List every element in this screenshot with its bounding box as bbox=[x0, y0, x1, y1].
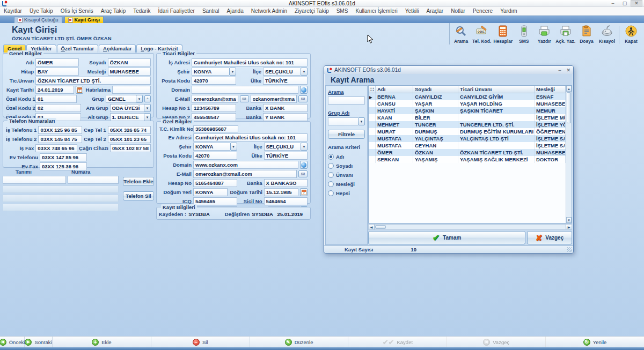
ulke-field[interactable] bbox=[264, 152, 308, 160]
telefon-list-row[interactable] bbox=[3, 204, 119, 211]
kayit-tarihi-field[interactable] bbox=[35, 86, 74, 94]
radio-icon[interactable] bbox=[328, 154, 334, 160]
dosya-button[interactable]: Dosya bbox=[576, 25, 597, 44]
tab-kayit-girisi[interactable]: ✕ Kayıt Girişi bbox=[64, 16, 104, 23]
radio-icon[interactable] bbox=[328, 172, 334, 178]
vazgec-bottom-button[interactable]: ✖ Vazgeç bbox=[447, 337, 546, 347]
filtrele-button[interactable]: Filtrele bbox=[328, 130, 365, 139]
posta-kodu-field[interactable] bbox=[192, 77, 236, 85]
yazdir-button[interactable]: Yazdır bbox=[534, 25, 554, 44]
ozel-kodu1-field[interactable] bbox=[35, 95, 77, 103]
menu-item[interactable]: Kullanıcı İşlemleri bbox=[352, 8, 401, 14]
radio-option[interactable]: Adı bbox=[328, 152, 365, 161]
tanimi-field[interactable] bbox=[3, 176, 66, 184]
mail-icon[interactable]: ✉ bbox=[298, 170, 308, 177]
radio-option[interactable]: Mesleği bbox=[328, 180, 365, 189]
table-row[interactable]: HAYATİ ŞAŞKIN ŞAŞKIN TİCARET MEMUR bbox=[369, 107, 566, 114]
close-icon[interactable]: ✕ bbox=[631, 0, 642, 6]
email1-field[interactable] bbox=[192, 95, 238, 103]
radio-option[interactable]: Soyadı bbox=[328, 161, 365, 170]
scroll-down-icon[interactable]: ▼ bbox=[566, 217, 572, 223]
banka-field[interactable] bbox=[264, 179, 308, 187]
hatirlatma-field[interactable] bbox=[112, 86, 151, 94]
ilce-field[interactable] bbox=[264, 143, 301, 151]
radio-icon[interactable] bbox=[328, 181, 334, 187]
tab-kisayol-cubugu[interactable]: ✕ Kısayol Çubuğu bbox=[14, 16, 62, 23]
ilce-dropdown[interactable]: ▼ bbox=[264, 143, 308, 151]
menu-item[interactable]: Araçlar bbox=[423, 8, 448, 14]
ev-adresi-field[interactable] bbox=[193, 133, 308, 142]
cep-tel2-field[interactable] bbox=[108, 135, 151, 143]
acik-yazdir-button[interactable]: Açk. Yaz. bbox=[554, 25, 576, 44]
table-row[interactable]: MURAT DURMUŞ DURMUŞ EĞİTİM KURUMLARI ÖĞR… bbox=[369, 128, 566, 135]
numara-field[interactable] bbox=[68, 176, 119, 184]
arama-input[interactable] bbox=[328, 96, 365, 105]
sicil-no-field[interactable] bbox=[264, 197, 308, 205]
sehir-dropdown[interactable]: ▼ bbox=[193, 143, 237, 151]
domain-field[interactable] bbox=[192, 86, 298, 94]
hesaplar-button[interactable]: Hesaplar bbox=[492, 25, 514, 44]
ozel-kodu2-field[interactable] bbox=[35, 104, 81, 112]
email2-field[interactable] bbox=[251, 95, 297, 103]
scroll-left-icon[interactable]: ◀ bbox=[369, 225, 375, 229]
cagri-cihazi-field[interactable] bbox=[110, 144, 151, 152]
calendar-button[interactable] bbox=[76, 86, 83, 94]
mail-icon[interactable]: ✉ bbox=[298, 95, 308, 102]
ekle-button[interactable]: + Ekle bbox=[53, 337, 151, 347]
scroll-thumb[interactable] bbox=[567, 92, 571, 123]
dogum-tarihi-field[interactable] bbox=[264, 188, 298, 196]
radio-icon[interactable] bbox=[328, 190, 334, 196]
chevron-down-icon[interactable]: ▼ bbox=[230, 143, 237, 151]
chevron-down-icon[interactable]: ▼ bbox=[136, 95, 143, 103]
table-row[interactable]: BERNA CANYILDIZ CANYILDIZ GİYİM ESNAF bbox=[369, 93, 566, 100]
telefon-list-row[interactable] bbox=[3, 185, 119, 193]
radio-option[interactable]: Hepsi bbox=[328, 189, 365, 198]
grup-field[interactable] bbox=[106, 95, 136, 103]
meslegi-field[interactable] bbox=[108, 68, 151, 76]
table-row[interactable]: MEHMET TUNCER TUNCERLER LTD. ŞTİ. İŞLETM… bbox=[369, 121, 566, 128]
row-selector-header[interactable]: ∷ bbox=[369, 86, 376, 93]
is-telefonu1-field[interactable] bbox=[38, 126, 82, 134]
duzenle-button[interactable]: ✎ Düzenle bbox=[250, 337, 349, 347]
ilce-field[interactable] bbox=[263, 68, 301, 76]
domain-field[interactable] bbox=[193, 161, 298, 169]
menu-item[interactable]: Ajanda bbox=[223, 8, 247, 14]
globe-button[interactable] bbox=[300, 161, 308, 169]
sil-button[interactable]: − Sil bbox=[151, 337, 250, 347]
posta-kodu-field[interactable] bbox=[193, 152, 237, 160]
menu-item[interactable]: Network Admin bbox=[247, 8, 291, 14]
chevron-down-icon[interactable]: ▼ bbox=[358, 117, 365, 125]
ulke-field[interactable] bbox=[263, 77, 308, 85]
telefon-list-row[interactable] bbox=[3, 195, 119, 202]
vazgec-button[interactable]: ✘ Vazgeç bbox=[527, 231, 572, 244]
is-adresi-field[interactable] bbox=[192, 58, 308, 66]
sonraki-button[interactable]: ▶ Sonraki bbox=[25, 337, 53, 347]
sms-button[interactable]: SMS bbox=[514, 25, 534, 44]
tab-close-icon[interactable]: ✕ bbox=[68, 18, 73, 23]
banka1-field[interactable] bbox=[263, 104, 308, 112]
menu-item[interactable]: Tedarik bbox=[129, 8, 154, 14]
table-row[interactable]: SERKAN YAŞAMIŞ YAŞAMIŞ SAĞLIK MERKEZİ DO… bbox=[369, 156, 566, 163]
mail-icon[interactable]: ✉ bbox=[240, 95, 249, 102]
telefon-sil-button[interactable]: Telefon Sil bbox=[123, 191, 154, 200]
menu-item[interactable]: Pencere bbox=[469, 8, 496, 14]
ev-telefonu-field[interactable] bbox=[40, 153, 87, 161]
is-telefonu2-field[interactable] bbox=[38, 135, 82, 143]
form-tab[interactable]: Açıklamalar bbox=[99, 44, 136, 53]
yenile-button[interactable]: ↻ Yenile bbox=[546, 337, 644, 347]
telefon-ekle-button[interactable]: Telefon Ekle bbox=[123, 177, 154, 186]
soyadi-field[interactable] bbox=[108, 58, 151, 66]
menu-item[interactable]: Araç Takip bbox=[97, 8, 130, 14]
scroll-thumb[interactable] bbox=[375, 225, 386, 229]
table-row[interactable]: MUSTAFA YALÇINTAŞ YALÇINTAŞ LTD ŞTİ İŞLE… bbox=[369, 135, 566, 142]
resize-grip[interactable] bbox=[567, 247, 572, 252]
chevron-down-icon[interactable]: ▼ bbox=[301, 143, 308, 151]
is-fax-field[interactable] bbox=[35, 144, 77, 152]
vertical-scrollbar[interactable]: ▲ ▼ bbox=[566, 86, 572, 223]
restore-icon[interactable]: ▢ bbox=[619, 0, 631, 6]
kapat-button[interactable]: Kapat bbox=[621, 25, 641, 44]
column-header-soyadi[interactable]: Soyadı bbox=[413, 86, 458, 93]
banka2-field[interactable] bbox=[263, 113, 308, 121]
tab-close-icon[interactable]: ✕ bbox=[18, 18, 23, 23]
table-row[interactable]: KAAN BİLER İŞLETME MÜDÜRÜ bbox=[369, 114, 566, 121]
